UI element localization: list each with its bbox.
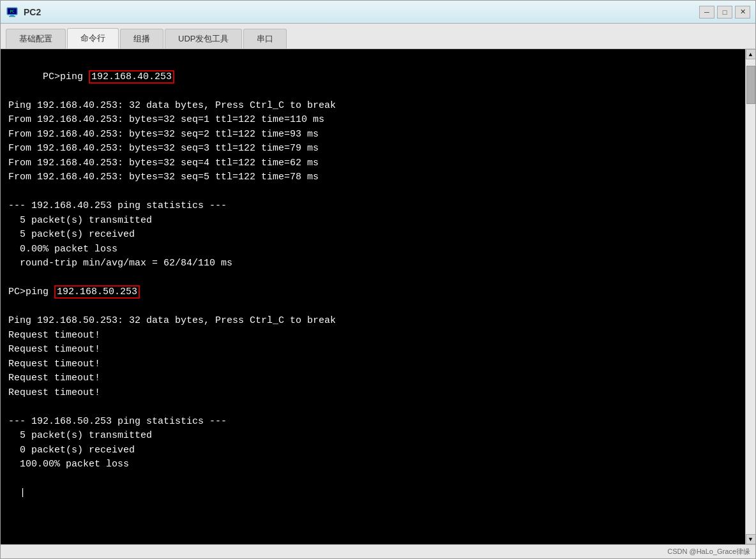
window: PC PC2 ─ □ ✕ 基础配置 命令行 组播 UDP发包工具 串口 PC>p… xyxy=(0,0,756,559)
tab-basic-config[interactable]: 基础配置 xyxy=(6,29,66,48)
terminal-blank-5 xyxy=(8,401,14,412)
terminal-blank-2 xyxy=(8,186,14,197)
computer-icon: PC xyxy=(6,6,19,19)
terminal-line: Request timeout! xyxy=(8,373,100,384)
scroll-track xyxy=(746,59,755,534)
ping-ip-1: 192.168.40.253 xyxy=(89,70,174,84)
terminal-line: Request timeout! xyxy=(8,330,100,341)
terminal-line: 100.00% packet loss xyxy=(8,459,129,470)
maximize-button[interactable]: □ xyxy=(717,6,732,19)
terminal-cursor: | xyxy=(8,488,26,498)
terminal-blank-4 xyxy=(8,301,14,312)
scroll-thumb[interactable] xyxy=(746,66,755,104)
terminal-line: PC>ping 192.168.40.253 xyxy=(43,70,174,84)
scroll-down-button[interactable]: ▼ xyxy=(746,534,756,544)
watermark-text: CSDN @HaLo_Grace律缘 xyxy=(667,547,750,556)
title-bar-left: PC PC2 xyxy=(6,6,41,19)
tab-command-line[interactable]: 命令行 xyxy=(67,28,119,48)
terminal-blank-3 xyxy=(8,272,14,283)
terminal-line: Request timeout! xyxy=(8,387,100,398)
content-area: PC>ping 192.168.40.253 Ping 192.168.40.2… xyxy=(1,49,755,544)
terminal-line: From 192.168.40.253: bytes=32 seq=2 ttl=… xyxy=(8,129,319,140)
tab-serial[interactable]: 串口 xyxy=(243,29,287,48)
scroll-up-button[interactable]: ▲ xyxy=(746,49,756,59)
title-bar-buttons: ─ □ ✕ xyxy=(699,6,750,19)
svg-text:PC: PC xyxy=(10,9,15,13)
terminal-line: Ping 192.168.40.253: 32 data bytes, Pres… xyxy=(8,100,336,111)
terminal-blank-1 xyxy=(8,86,14,96)
window-title: PC2 xyxy=(24,7,41,17)
terminal-line: Request timeout! xyxy=(8,359,100,369)
terminal-line: Request timeout! xyxy=(8,344,100,355)
terminal-line: Ping 192.168.50.253: 32 data bytes, Pres… xyxy=(8,315,336,326)
terminal[interactable]: PC>ping 192.168.40.253 Ping 192.168.40.2… xyxy=(1,49,745,544)
terminal-line: 0 packet(s) received xyxy=(8,445,135,456)
tab-multicast[interactable]: 组播 xyxy=(120,29,163,48)
tab-udp-tool[interactable]: UDP发包工具 xyxy=(165,29,242,48)
status-bar: CSDN @HaLo_Grace律缘 xyxy=(1,544,755,558)
terminal-line: round-trip min/avg/max = 62/84/110 ms xyxy=(8,258,232,269)
close-button[interactable]: ✕ xyxy=(735,6,750,19)
terminal-line: From 192.168.40.253: bytes=32 seq=3 ttl=… xyxy=(8,143,319,154)
svg-rect-2 xyxy=(9,16,15,17)
scrollbar[interactable]: ▲ ▼ xyxy=(745,49,755,544)
terminal-line: From 192.168.40.253: bytes=32 seq=4 ttl=… xyxy=(8,158,319,168)
svg-rect-1 xyxy=(10,15,14,16)
ping-ip-2: 192.168.50.253 xyxy=(54,285,140,299)
terminal-line: From 192.168.40.253: bytes=32 seq=1 ttl=… xyxy=(8,114,324,125)
terminal-line: 5 packet(s) transmitted xyxy=(8,430,152,441)
minimize-button[interactable]: ─ xyxy=(699,6,714,19)
terminal-line: --- 192.168.50.253 ping statistics --- xyxy=(8,416,227,427)
terminal-line: PC>ping 192.168.50.253 xyxy=(8,285,140,299)
terminal-line: 0.00% packet loss xyxy=(8,244,117,255)
terminal-line: From 192.168.40.253: bytes=32 seq=5 ttl=… xyxy=(8,172,319,183)
terminal-line: 5 packet(s) transmitted xyxy=(8,215,152,226)
tabs-bar: 基础配置 命令行 组播 UDP发包工具 串口 xyxy=(1,24,755,49)
title-bar: PC PC2 ─ □ ✕ xyxy=(1,1,755,24)
terminal-line: 5 packet(s) received xyxy=(8,229,135,240)
terminal-line: --- 192.168.40.253 ping statistics --- xyxy=(8,200,227,211)
terminal-blank-6 xyxy=(8,473,14,484)
